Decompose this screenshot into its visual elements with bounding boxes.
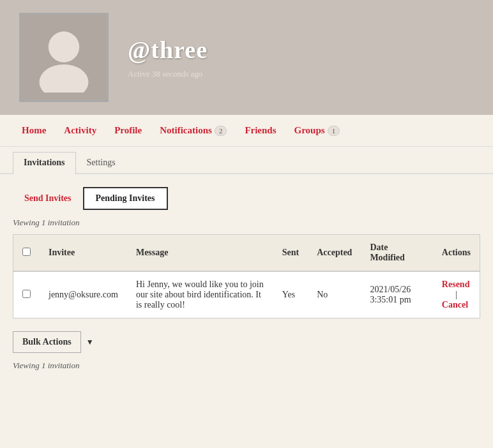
row-invitee: jenny@oksure.com xyxy=(40,271,127,318)
cancel-action-link[interactable]: Cancel xyxy=(442,300,468,310)
bulk-actions-button[interactable]: Bulk Actions xyxy=(13,331,81,353)
profile-username: @three xyxy=(128,36,208,64)
col-header-checkbox xyxy=(13,235,40,272)
row-sent: Yes xyxy=(273,271,308,318)
table-header-row: Invitee Message Sent Accepted Date Modif… xyxy=(13,235,480,272)
nav-notifications[interactable]: Notifications2 xyxy=(151,115,236,146)
col-header-message: Message xyxy=(127,235,273,272)
viewing-count-top: Viewing 1 invitation xyxy=(13,218,480,228)
avatar-icon xyxy=(21,15,107,100)
resend-action-link[interactable]: Resend xyxy=(442,280,470,289)
pending-invites-tab[interactable]: Pending Invites xyxy=(83,187,168,210)
col-header-date-modified: Date Modified xyxy=(361,235,432,272)
content-area: Send Invites Pending Invites Viewing 1 i… xyxy=(0,174,493,384)
viewing-count-bottom: Viewing 1 invitation xyxy=(13,361,480,371)
col-header-sent: Sent xyxy=(273,235,308,272)
bulk-actions-bar: Bulk Actions ▼ xyxy=(13,331,480,353)
tab-settings[interactable]: Settings xyxy=(76,152,126,174)
primary-nav: Home Activity Profile Notifications2 Fri… xyxy=(0,115,493,147)
row-checkbox[interactable] xyxy=(22,290,31,298)
profile-status: Active 38 seconds ago xyxy=(128,69,208,79)
secondary-nav: Invitations Settings xyxy=(0,147,493,174)
action-separator: | xyxy=(442,290,471,300)
bulk-actions-arrow-icon: ▼ xyxy=(86,338,94,347)
col-header-invitee: Invitee xyxy=(40,235,127,272)
notifications-badge: 2 xyxy=(215,126,227,136)
avatar xyxy=(19,13,109,102)
col-header-actions: Actions xyxy=(433,235,480,272)
col-header-accepted: Accepted xyxy=(308,235,361,272)
select-all-checkbox[interactable] xyxy=(22,248,31,256)
nav-groups[interactable]: Groups1 xyxy=(285,115,349,146)
row-checkbox-cell xyxy=(13,271,40,318)
row-message: Hi Jenny, we would like you to join our … xyxy=(127,271,273,318)
svg-point-0 xyxy=(49,31,79,62)
profile-banner: @three Active 38 seconds ago xyxy=(0,0,493,115)
nav-profile[interactable]: Profile xyxy=(105,115,151,146)
nav-activity[interactable]: Activity xyxy=(55,115,105,146)
nav-friends[interactable]: Friends xyxy=(236,115,285,146)
groups-badge: 1 xyxy=(328,126,340,136)
profile-info: @three Active 38 seconds ago xyxy=(128,36,208,79)
table-row: jenny@oksure.com Hi Jenny, we would like… xyxy=(13,271,480,318)
tab-invitations[interactable]: Invitations xyxy=(13,152,76,174)
send-invites-tab[interactable]: Send Invites xyxy=(13,188,83,209)
svg-point-1 xyxy=(40,64,89,93)
invite-tabs: Send Invites Pending Invites xyxy=(13,187,480,210)
row-actions: Resend | Cancel xyxy=(433,271,480,318)
nav-home[interactable]: Home xyxy=(13,115,55,146)
row-accepted: No xyxy=(308,271,361,318)
row-date-modified: 2021/05/26 3:35:01 pm xyxy=(361,271,432,318)
invites-table: Invitee Message Sent Accepted Date Modif… xyxy=(13,234,480,318)
